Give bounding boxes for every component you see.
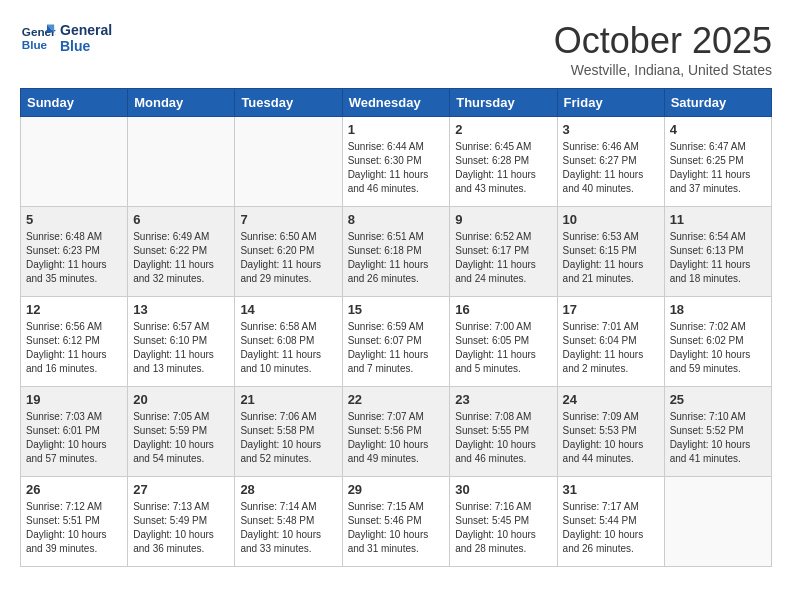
svg-text:Blue: Blue — [22, 38, 48, 51]
table-row: 20Sunrise: 7:05 AM Sunset: 5:59 PM Dayli… — [128, 387, 235, 477]
day-number: 23 — [455, 392, 551, 407]
table-row — [21, 117, 128, 207]
day-info: Sunrise: 7:10 AM Sunset: 5:52 PM Dayligh… — [670, 410, 766, 466]
day-number: 2 — [455, 122, 551, 137]
table-row: 17Sunrise: 7:01 AM Sunset: 6:04 PM Dayli… — [557, 297, 664, 387]
day-number: 5 — [26, 212, 122, 227]
table-row: 31Sunrise: 7:17 AM Sunset: 5:44 PM Dayli… — [557, 477, 664, 567]
table-row: 5Sunrise: 6:48 AM Sunset: 6:23 PM Daylig… — [21, 207, 128, 297]
day-info: Sunrise: 7:06 AM Sunset: 5:58 PM Dayligh… — [240, 410, 336, 466]
day-info: Sunrise: 6:52 AM Sunset: 6:17 PM Dayligh… — [455, 230, 551, 286]
table-row: 27Sunrise: 7:13 AM Sunset: 5:49 PM Dayli… — [128, 477, 235, 567]
day-number: 9 — [455, 212, 551, 227]
calendar-week-row: 1Sunrise: 6:44 AM Sunset: 6:30 PM Daylig… — [21, 117, 772, 207]
logo-icon: General Blue — [20, 20, 56, 56]
day-info: Sunrise: 7:03 AM Sunset: 6:01 PM Dayligh… — [26, 410, 122, 466]
day-info: Sunrise: 7:16 AM Sunset: 5:45 PM Dayligh… — [455, 500, 551, 556]
col-friday: Friday — [557, 89, 664, 117]
day-info: Sunrise: 7:13 AM Sunset: 5:49 PM Dayligh… — [133, 500, 229, 556]
day-info: Sunrise: 6:54 AM Sunset: 6:13 PM Dayligh… — [670, 230, 766, 286]
calendar-header-row: Sunday Monday Tuesday Wednesday Thursday… — [21, 89, 772, 117]
title-section: October 2025 Westville, Indiana, United … — [554, 20, 772, 78]
col-monday: Monday — [128, 89, 235, 117]
table-row: 14Sunrise: 6:58 AM Sunset: 6:08 PM Dayli… — [235, 297, 342, 387]
day-number: 1 — [348, 122, 445, 137]
day-number: 21 — [240, 392, 336, 407]
day-number: 17 — [563, 302, 659, 317]
day-number: 28 — [240, 482, 336, 497]
day-number: 12 — [26, 302, 122, 317]
table-row: 3Sunrise: 6:46 AM Sunset: 6:27 PM Daylig… — [557, 117, 664, 207]
day-number: 4 — [670, 122, 766, 137]
day-number: 24 — [563, 392, 659, 407]
calendar: Sunday Monday Tuesday Wednesday Thursday… — [20, 88, 772, 567]
day-info: Sunrise: 7:17 AM Sunset: 5:44 PM Dayligh… — [563, 500, 659, 556]
day-number: 26 — [26, 482, 122, 497]
day-info: Sunrise: 7:14 AM Sunset: 5:48 PM Dayligh… — [240, 500, 336, 556]
day-info: Sunrise: 7:02 AM Sunset: 6:02 PM Dayligh… — [670, 320, 766, 376]
table-row: 25Sunrise: 7:10 AM Sunset: 5:52 PM Dayli… — [664, 387, 771, 477]
day-info: Sunrise: 6:44 AM Sunset: 6:30 PM Dayligh… — [348, 140, 445, 196]
table-row: 1Sunrise: 6:44 AM Sunset: 6:30 PM Daylig… — [342, 117, 450, 207]
day-number: 6 — [133, 212, 229, 227]
day-info: Sunrise: 6:45 AM Sunset: 6:28 PM Dayligh… — [455, 140, 551, 196]
logo-general: General — [60, 22, 112, 38]
table-row: 9Sunrise: 6:52 AM Sunset: 6:17 PM Daylig… — [450, 207, 557, 297]
day-info: Sunrise: 7:07 AM Sunset: 5:56 PM Dayligh… — [348, 410, 445, 466]
table-row: 2Sunrise: 6:45 AM Sunset: 6:28 PM Daylig… — [450, 117, 557, 207]
day-info: Sunrise: 6:56 AM Sunset: 6:12 PM Dayligh… — [26, 320, 122, 376]
table-row: 30Sunrise: 7:16 AM Sunset: 5:45 PM Dayli… — [450, 477, 557, 567]
calendar-week-row: 19Sunrise: 7:03 AM Sunset: 6:01 PM Dayli… — [21, 387, 772, 477]
day-info: Sunrise: 7:00 AM Sunset: 6:05 PM Dayligh… — [455, 320, 551, 376]
day-number: 16 — [455, 302, 551, 317]
table-row: 15Sunrise: 6:59 AM Sunset: 6:07 PM Dayli… — [342, 297, 450, 387]
month-title: October 2025 — [554, 20, 772, 62]
day-number: 7 — [240, 212, 336, 227]
day-number: 11 — [670, 212, 766, 227]
day-number: 25 — [670, 392, 766, 407]
day-number: 13 — [133, 302, 229, 317]
day-number: 8 — [348, 212, 445, 227]
day-info: Sunrise: 6:57 AM Sunset: 6:10 PM Dayligh… — [133, 320, 229, 376]
day-info: Sunrise: 7:05 AM Sunset: 5:59 PM Dayligh… — [133, 410, 229, 466]
table-row: 23Sunrise: 7:08 AM Sunset: 5:55 PM Dayli… — [450, 387, 557, 477]
day-number: 27 — [133, 482, 229, 497]
day-info: Sunrise: 6:47 AM Sunset: 6:25 PM Dayligh… — [670, 140, 766, 196]
table-row: 8Sunrise: 6:51 AM Sunset: 6:18 PM Daylig… — [342, 207, 450, 297]
table-row: 10Sunrise: 6:53 AM Sunset: 6:15 PM Dayli… — [557, 207, 664, 297]
day-number: 29 — [348, 482, 445, 497]
table-row: 21Sunrise: 7:06 AM Sunset: 5:58 PM Dayli… — [235, 387, 342, 477]
table-row — [128, 117, 235, 207]
day-info: Sunrise: 6:46 AM Sunset: 6:27 PM Dayligh… — [563, 140, 659, 196]
day-info: Sunrise: 6:59 AM Sunset: 6:07 PM Dayligh… — [348, 320, 445, 376]
table-row: 28Sunrise: 7:14 AM Sunset: 5:48 PM Dayli… — [235, 477, 342, 567]
day-number: 14 — [240, 302, 336, 317]
day-info: Sunrise: 6:48 AM Sunset: 6:23 PM Dayligh… — [26, 230, 122, 286]
day-number: 18 — [670, 302, 766, 317]
col-tuesday: Tuesday — [235, 89, 342, 117]
table-row — [664, 477, 771, 567]
logo-blue: Blue — [60, 38, 112, 54]
day-info: Sunrise: 7:09 AM Sunset: 5:53 PM Dayligh… — [563, 410, 659, 466]
table-row: 13Sunrise: 6:57 AM Sunset: 6:10 PM Dayli… — [128, 297, 235, 387]
day-info: Sunrise: 6:53 AM Sunset: 6:15 PM Dayligh… — [563, 230, 659, 286]
day-info: Sunrise: 6:50 AM Sunset: 6:20 PM Dayligh… — [240, 230, 336, 286]
table-row: 19Sunrise: 7:03 AM Sunset: 6:01 PM Dayli… — [21, 387, 128, 477]
day-info: Sunrise: 7:12 AM Sunset: 5:51 PM Dayligh… — [26, 500, 122, 556]
day-number: 20 — [133, 392, 229, 407]
day-info: Sunrise: 7:08 AM Sunset: 5:55 PM Dayligh… — [455, 410, 551, 466]
calendar-week-row: 12Sunrise: 6:56 AM Sunset: 6:12 PM Dayli… — [21, 297, 772, 387]
day-info: Sunrise: 6:51 AM Sunset: 6:18 PM Dayligh… — [348, 230, 445, 286]
col-sunday: Sunday — [21, 89, 128, 117]
day-info: Sunrise: 7:01 AM Sunset: 6:04 PM Dayligh… — [563, 320, 659, 376]
table-row: 24Sunrise: 7:09 AM Sunset: 5:53 PM Dayli… — [557, 387, 664, 477]
location-subtitle: Westville, Indiana, United States — [554, 62, 772, 78]
table-row: 18Sunrise: 7:02 AM Sunset: 6:02 PM Dayli… — [664, 297, 771, 387]
table-row: 16Sunrise: 7:00 AM Sunset: 6:05 PM Dayli… — [450, 297, 557, 387]
day-number: 30 — [455, 482, 551, 497]
calendar-week-row: 5Sunrise: 6:48 AM Sunset: 6:23 PM Daylig… — [21, 207, 772, 297]
table-row: 11Sunrise: 6:54 AM Sunset: 6:13 PM Dayli… — [664, 207, 771, 297]
calendar-week-row: 26Sunrise: 7:12 AM Sunset: 5:51 PM Dayli… — [21, 477, 772, 567]
table-row: 7Sunrise: 6:50 AM Sunset: 6:20 PM Daylig… — [235, 207, 342, 297]
day-number: 3 — [563, 122, 659, 137]
